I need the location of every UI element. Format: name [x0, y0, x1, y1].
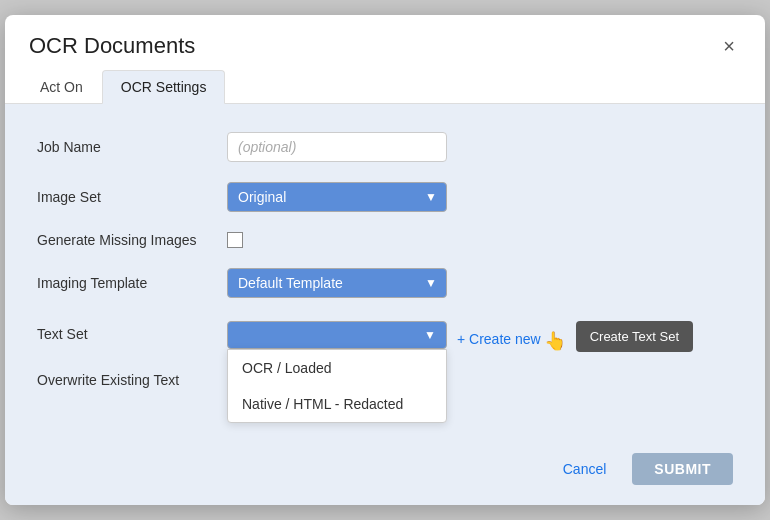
submit-button[interactable]: SUBMIT — [632, 453, 733, 485]
text-set-select-wrapper: ▼ OCR / Loaded Native / HTML - Redacted — [227, 321, 447, 349]
overwrite-existing-text-label: Overwrite Existing Text — [37, 372, 227, 388]
create-new-link[interactable]: + Create new 👆 — [457, 318, 566, 352]
job-name-input[interactable] — [227, 132, 447, 162]
tab-act-on[interactable]: Act On — [21, 70, 102, 104]
create-text-set-tooltip: Create Text Set — [576, 321, 693, 352]
modal-footer: Cancel SUBMIT — [5, 443, 765, 505]
imaging-template-select-wrapper: Default Template ▼ — [227, 268, 447, 298]
modal-body: Job Name Image Set Original ▼ Generate M… — [5, 104, 765, 443]
dropdown-item-ocr-loaded[interactable]: OCR / Loaded — [228, 350, 446, 386]
image-set-select-wrapper: Original ▼ — [227, 182, 447, 212]
cursor-hand-icon: 👆 — [544, 330, 566, 352]
imaging-template-select[interactable]: Default Template — [227, 268, 447, 298]
imaging-template-label: Imaging Template — [37, 275, 227, 291]
image-set-label: Image Set — [37, 189, 227, 205]
generate-missing-images-checkbox[interactable] — [227, 232, 243, 248]
job-name-label: Job Name — [37, 139, 227, 155]
image-set-row: Image Set Original ▼ — [37, 182, 733, 212]
text-set-label: Text Set — [37, 318, 227, 342]
imaging-template-row: Imaging Template Default Template ▼ — [37, 268, 733, 298]
text-set-dropdown: OCR / Loaded Native / HTML - Redacted — [227, 349, 447, 423]
text-set-row: Text Set ▼ OCR / Loaded Native / HTML - … — [37, 318, 733, 352]
text-set-chevron-icon: ▼ — [424, 328, 436, 342]
dropdown-item-native-html[interactable]: Native / HTML - Redacted — [228, 386, 446, 422]
cancel-button[interactable]: Cancel — [549, 453, 621, 485]
text-set-select[interactable]: ▼ — [227, 321, 447, 349]
modal-title: OCR Documents — [29, 33, 195, 59]
tab-bar: Act On OCR Settings — [5, 69, 765, 104]
generate-missing-images-row: Generate Missing Images — [37, 232, 733, 248]
modal-header: OCR Documents × — [5, 15, 765, 59]
tab-ocr-settings[interactable]: OCR Settings — [102, 70, 226, 104]
ocr-documents-modal: OCR Documents × Act On OCR Settings Job … — [5, 15, 765, 505]
text-set-controls: ▼ OCR / Loaded Native / HTML - Redacted … — [227, 318, 693, 352]
job-name-row: Job Name — [37, 132, 733, 162]
generate-missing-images-label: Generate Missing Images — [37, 232, 227, 248]
image-set-select[interactable]: Original — [227, 182, 447, 212]
close-button[interactable]: × — [717, 34, 741, 58]
